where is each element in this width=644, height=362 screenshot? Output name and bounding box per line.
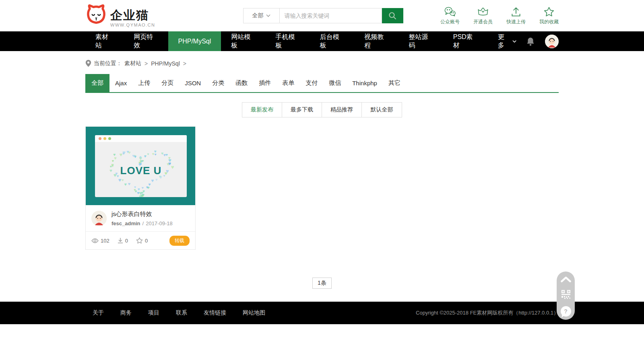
search-button[interactable]	[382, 8, 403, 23]
public-account-label: 公众账号	[440, 19, 460, 25]
sort-default-button[interactable]: 默认全部	[362, 103, 402, 117]
open-vip-label: 开通会员	[473, 19, 493, 25]
tab-payment[interactable]: 支付	[300, 74, 323, 92]
open-vip-link[interactable]: 开通会员	[473, 6, 493, 25]
location-pin-icon	[85, 60, 91, 67]
crown-icon	[477, 6, 489, 17]
sort-newest-button[interactable]: 最新发布	[242, 103, 282, 117]
chevron-down-icon	[512, 40, 516, 43]
notification-bell-icon[interactable]	[526, 37, 535, 46]
footer-link-sitemap[interactable]: 网站地图	[243, 309, 265, 317]
nav-item-php-mysql[interactable]: PHP/MySql	[168, 31, 221, 51]
card-author[interactable]: fesc_admin	[111, 220, 140, 226]
hearts-art: LOVE U ♥♥♥♥♥♥♥♥♥♥♥♥♥♥♥♥♥♥♥♥♥♥♥♥♥♥♥♥♥♥♥♥♥…	[95, 142, 187, 197]
sort-featured-button[interactable]: 精品推荐	[322, 103, 362, 117]
result-grid: LOVE U ♥♥♥♥♥♥♥♥♥♥♥♥♥♥♥♥♥♥♥♥♥♥♥♥♥♥♥♥♥♥♥♥♥…	[85, 126, 559, 250]
main-nav: 素材站 网页特效 PHP/MySql 网站模板 手机模板 后台模板 视频教程 整…	[0, 31, 644, 51]
tab-upload[interactable]: 上传	[132, 74, 156, 92]
tab-ajax[interactable]: Ajax	[109, 74, 132, 92]
material-card[interactable]: LOVE U ♥♥♥♥♥♥♥♥♥♥♥♥♥♥♥♥♥♥♥♥♥♥♥♥♥♥♥♥♥♥♥♥♥…	[85, 126, 196, 250]
cat-logo-icon	[85, 4, 107, 27]
upload-icon	[510, 6, 522, 17]
category-tab-bar: 全部 Ajax 上传 分页 JSON 分类 函数 插件 表单 支付 微信 Thi…	[85, 74, 559, 93]
tab-all[interactable]: 全部	[85, 74, 109, 92]
tab-json[interactable]: JSON	[179, 74, 206, 92]
brand-domain: WWW.QYMAO.CN	[110, 23, 155, 27]
sort-most-downloaded-button[interactable]: 最多下载	[282, 103, 322, 117]
nav-item-more[interactable]: 更多	[488, 31, 526, 51]
copyright-text: Copyright ©2025-2018 FE素材网版权所有（http://12…	[416, 309, 559, 317]
downloads-stat: 0	[118, 238, 128, 244]
favorites-count: 0	[145, 238, 148, 244]
header-actions: 公众账号 开通会员 快速上传 我的收藏	[440, 6, 559, 25]
nav-item-site-templates[interactable]: 网站模板	[221, 31, 265, 51]
mockup-dot-yellow	[103, 137, 106, 140]
back-to-top-icon[interactable]	[561, 276, 571, 282]
nav-item-psd[interactable]: PSD素材	[443, 31, 488, 51]
nav-item-full-source[interactable]: 整站源码	[398, 31, 443, 51]
user-avatar[interactable]	[545, 35, 559, 48]
quick-upload-label: 快速上传	[506, 19, 526, 25]
search-category-value: 全部	[252, 12, 264, 19]
mockup-dot-green	[108, 137, 111, 140]
footer-link-business[interactable]: 商务	[120, 309, 132, 317]
footer-link-contact[interactable]: 联系	[176, 309, 187, 317]
card-thumbnail[interactable]: LOVE U ♥♥♥♥♥♥♥♥♥♥♥♥♥♥♥♥♥♥♥♥♥♥♥♥♥♥♥♥♥♥♥♥♥…	[86, 127, 195, 205]
search-input[interactable]	[279, 8, 382, 23]
quick-upload-link[interactable]: 快速上传	[506, 6, 526, 25]
card-date: 2017-09-18	[146, 220, 173, 226]
star-icon	[543, 6, 555, 17]
footer-link-projects[interactable]: 项目	[148, 309, 159, 317]
total-count-box[interactable]: 1条	[312, 278, 332, 289]
mockup-dot-red	[99, 137, 101, 140]
tab-paging[interactable]: 分页	[156, 74, 179, 92]
breadcrumb-link-php-mysql[interactable]: PHP/MySql	[151, 60, 180, 67]
site-logo[interactable]: 企业猫 WWW.QYMAO.CN	[85, 4, 155, 27]
nav-item-admin-templates[interactable]: 后台模板	[310, 31, 354, 51]
repost-badge: 转载	[169, 236, 190, 246]
browser-mockup: LOVE U ♥♥♥♥♥♥♥♥♥♥♥♥♥♥♥♥♥♥♥♥♥♥♥♥♥♥♥♥♥♥♥♥♥…	[95, 135, 187, 197]
eye-icon	[91, 238, 99, 243]
views-stat: 102	[91, 238, 109, 244]
my-favorites-link[interactable]: 我的收藏	[539, 6, 559, 25]
search-icon	[388, 11, 397, 20]
my-favorites-label: 我的收藏	[539, 19, 559, 25]
nav-item-video-tutorials[interactable]: 视频教程	[354, 31, 398, 51]
footer-link-about[interactable]: 关于	[93, 309, 104, 317]
date-separator: /	[142, 220, 144, 226]
card-stats: 102 0 0 转载	[86, 231, 195, 249]
nav-item-web-effects[interactable]: 网页特效	[124, 31, 168, 51]
tab-category[interactable]: 分类	[206, 74, 230, 92]
downloads-count: 0	[125, 238, 128, 244]
nav-item-material[interactable]: 素材站	[85, 31, 124, 51]
floating-toolbar: ?	[557, 272, 575, 320]
top-header: 企业猫 WWW.QYMAO.CN 全部 公众账号	[0, 0, 644, 31]
qr-code-icon[interactable]	[561, 290, 571, 299]
tab-plugin[interactable]: 插件	[253, 74, 277, 92]
favorites-stat[interactable]: 0	[136, 237, 148, 244]
help-button[interactable]: ?	[561, 306, 571, 317]
brand-name: 企业猫	[110, 9, 155, 21]
chevron-down-icon	[266, 14, 270, 17]
wechat-icon	[444, 6, 456, 17]
tab-function[interactable]: 函数	[230, 74, 253, 92]
breadcrumb-label: 当前位置：	[94, 60, 122, 67]
public-account-link[interactable]: 公众账号	[440, 6, 460, 25]
tab-other[interactable]: 其它	[383, 74, 406, 92]
sort-row: 最新发布 最多下载 精品推荐 默认全部	[85, 102, 559, 117]
views-count: 102	[101, 238, 109, 244]
download-icon	[118, 238, 123, 243]
author-avatar[interactable]	[91, 211, 107, 226]
search-category-select[interactable]: 全部	[243, 8, 279, 23]
star-outline-icon	[136, 237, 143, 244]
breadcrumb: 当前位置： 素材站 > PHP/MySql >	[85, 60, 559, 67]
footer-link-friendly-links[interactable]: 友情链接	[204, 309, 226, 317]
tab-form[interactable]: 表单	[277, 74, 300, 92]
pagination: 1条	[85, 278, 559, 289]
tab-wechat[interactable]: 微信	[323, 74, 347, 92]
tab-thinkphp[interactable]: Thinkphp	[347, 74, 383, 92]
breadcrumb-link-material[interactable]: 素材站	[124, 60, 141, 67]
nav-item-mobile-templates[interactable]: 手机模板	[266, 31, 310, 51]
footer-links: 关于 商务 项目 联系 友情链接 网站地图	[93, 309, 265, 317]
card-title[interactable]: js心形表白特效	[111, 210, 173, 218]
